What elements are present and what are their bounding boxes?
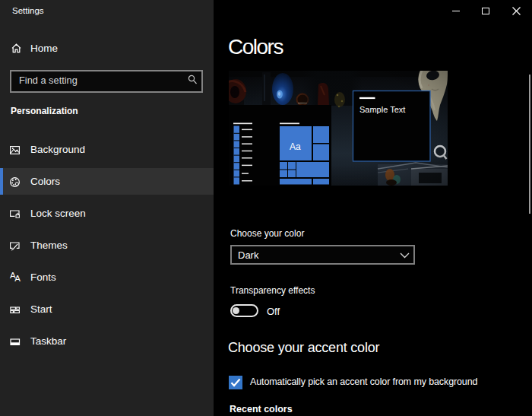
svg-text:Aa: Aa: [290, 141, 301, 152]
svg-text:Sample Text: Sample Text: [359, 105, 405, 114]
